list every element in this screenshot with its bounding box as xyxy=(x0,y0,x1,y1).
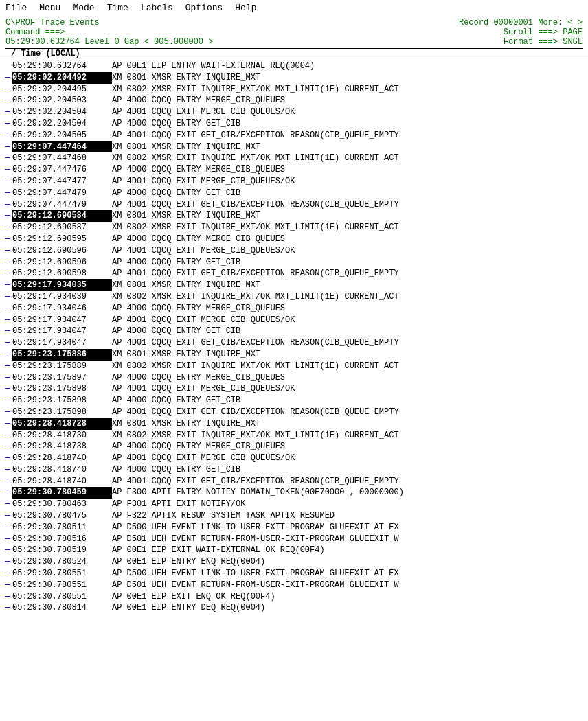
log-row[interactable]: —05:29:30.780516 AP D501 UEH EVENT RETUR… xyxy=(0,534,588,545)
log-row[interactable]: —05:29:23.175886 XM 0801 XMSR ENTRY INQU… xyxy=(0,349,588,360)
log-row[interactable]: —05:29:12.690595 AP 4D00 CQCQ ENTRY MERG… xyxy=(0,233,588,245)
log-row[interactable]: —05:29:23.175897 AP 4D00 CQCQ ENTRY MERG… xyxy=(0,372,588,384)
row-content: XM 0801 XMSR ENTRY INQUIRE_MXT xyxy=(112,210,585,222)
log-row[interactable]: —05:29:28.418730 XM 0802 XMSR EXIT INQUI… xyxy=(0,430,588,442)
row-marker: — xyxy=(3,602,12,614)
menu-item-options[interactable]: Options xyxy=(185,3,223,13)
log-row[interactable]: —05:29:23.175898 AP 4D01 CQCQ EXIT GET_C… xyxy=(0,407,588,418)
log-row[interactable]: —05:29:23.175898 AP 4D01 CQCQ EXIT MERGE… xyxy=(0,383,588,395)
log-row[interactable]: —05:29:17.934047 AP 4D01 CQCQ EXIT GET_C… xyxy=(0,337,588,349)
log-row[interactable]: —05:29:30.780519 AP 00E1 EIP EXIT WAIT-E… xyxy=(0,545,588,556)
menu-item-labels[interactable]: Labels xyxy=(141,3,173,13)
row-content: AP 4D00 CQCQ ENTRY MERGE_CIB_QUEUES xyxy=(112,441,585,453)
row-timestamp: 05:29:30.780519 xyxy=(12,545,112,556)
row-content: AP D501 UEH EVENT RETURN-FROM-USER-EXIT-… xyxy=(112,580,585,591)
log-row[interactable]: —05:29:12.690596 AP 4D00 CQCQ ENTRY GET_… xyxy=(0,257,588,268)
row-timestamp: 05:29:23.175898 xyxy=(12,395,112,407)
log-row[interactable]: —05:29:02.204504 AP 4D01 CQCQ EXIT MERGE… xyxy=(0,106,588,118)
menu-item-help[interactable]: Help xyxy=(235,3,256,13)
log-row[interactable]: —05:29:02.204504 AP 4D00 CQCQ ENTRY GET_… xyxy=(0,118,588,130)
row-marker: — xyxy=(3,545,12,556)
row-timestamp: 05:29:12.690587 xyxy=(12,222,112,233)
log-row[interactable]: —05:29:12.690598 AP 4D01 CQCQ EXIT GET_C… xyxy=(0,268,588,279)
row-content: AP 4D00 CQCQ ENTRY MERGE_CIB_QUEUES xyxy=(112,372,585,384)
log-row[interactable]: —05:29:30.780524 AP 00E1 EIP ENTRY ENQ R… xyxy=(0,556,588,568)
gap-line: 05:29:00.632764 Level 0 Gap < 005.000000… xyxy=(5,37,213,47)
row-marker: — xyxy=(3,118,12,130)
log-row[interactable]: —05:29:07.447479 AP 4D00 CQCQ ENTRY GET_… xyxy=(0,187,588,199)
row-content: AP D500 UEH EVENT LINK-TO-USER-EXIT-PROG… xyxy=(112,568,585,580)
row-timestamp: 05:29:12.690598 xyxy=(12,268,112,279)
log-row[interactable]: —05:29:28.418740 AP 4D01 CQCQ EXIT GET_C… xyxy=(0,476,588,488)
row-timestamp: 05:29:30.780814 xyxy=(12,602,112,614)
row-content: AP 4D01 CQCQ EXIT MERGE_CIB_QUEUES/OK xyxy=(112,245,585,257)
log-row[interactable]: —05:29:12.690596 AP 4D01 CQCQ EXIT MERGE… xyxy=(0,245,588,257)
row-marker: — xyxy=(3,337,12,349)
log-row[interactable]: —05:29:30.780459 AP F300 APTI ENTRY NOTI… xyxy=(0,487,588,499)
row-marker: — xyxy=(3,534,12,545)
log-row[interactable]: —05:29:17.934035 XM 0801 XMSR ENTRY INQU… xyxy=(0,279,588,291)
row-content: XM 0801 XMSR ENTRY INQUIRE_MXT xyxy=(112,279,585,291)
log-row[interactable]: —05:29:02.204492 XM 0801 XMSR ENTRY INQU… xyxy=(0,72,588,84)
log-row[interactable]: —05:29:23.175898 AP 4D00 CQCQ ENTRY GET_… xyxy=(0,395,588,407)
log-row[interactable]: —05:29:30.780511 AP D500 UEH EVENT LINK-… xyxy=(0,522,588,534)
log-row[interactable]: —05:29:07.447464 XM 0801 XMSR ENTRY INQU… xyxy=(0,141,588,153)
log-row[interactable]: —05:29:02.204505 AP 4D01 CQCQ EXIT GET_C… xyxy=(0,130,588,141)
log-row[interactable]: —05:29:30.780814 AP 00E1 EIP ENTRY DEQ R… xyxy=(0,602,588,614)
log-row[interactable]: —05:29:30.780551 AP D500 UEH EVENT LINK-… xyxy=(0,568,588,580)
row-timestamp: 05:29:23.175886 xyxy=(12,349,112,360)
row-timestamp: 05:29:30.780551 xyxy=(12,580,112,591)
log-row[interactable]: —05:29:30.780551 AP 00E1 EIP EXIT ENQ OK… xyxy=(0,591,588,603)
log-row[interactable]: —05:29:23.175889 XM 0802 XMSR EXIT INQUI… xyxy=(0,360,588,372)
row-marker: — xyxy=(3,383,12,395)
log-row[interactable]: —05:29:07.447468 XM 0802 XMSR EXIT INQUI… xyxy=(0,152,588,164)
log-row[interactable]: —05:29:07.447476 AP 4D00 CQCQ ENTRY MERG… xyxy=(0,164,588,176)
log-row[interactable]: —05:29:02.204503 AP 4D00 CQCQ ENTRY MERG… xyxy=(0,95,588,106)
row-marker: — xyxy=(3,130,12,141)
row-timestamp: 05:29:02.204503 xyxy=(12,95,112,106)
log-row[interactable]: —05:29:30.780551 AP D501 UEH EVENT RETUR… xyxy=(0,580,588,591)
row-content: AP 4D00 CQCQ ENTRY MERGE_CIB_QUEUES xyxy=(112,164,585,176)
log-row[interactable]: —05:29:28.418740 AP 4D01 CQCQ EXIT MERGE… xyxy=(0,453,588,464)
row-marker: — xyxy=(3,314,12,326)
row-marker: — xyxy=(3,453,12,464)
log-row[interactable]: —05:29:17.934046 AP 4D00 CQCQ ENTRY MERG… xyxy=(0,303,588,314)
row-content: AP 00E1 EIP ENTRY ENQ REQ(0004) xyxy=(112,556,585,568)
command-label[interactable]: Command ===> xyxy=(5,27,504,37)
row-content: AP 4D01 CQCQ EXIT MERGE_CIB_QUEUES/OK xyxy=(112,106,585,118)
row-timestamp: 05:29:30.780511 xyxy=(12,522,112,534)
row-marker: — xyxy=(3,325,12,337)
log-row[interactable]: —05:29:12.690584 XM 0801 XMSR ENTRY INQU… xyxy=(0,210,588,222)
menu-item-mode[interactable]: Mode xyxy=(73,3,94,13)
row-timestamp: 05:29:17.934047 xyxy=(12,337,112,349)
row-timestamp: 05:29:12.690596 xyxy=(12,257,112,268)
row-marker: — xyxy=(3,441,12,453)
row-timestamp: 05:29:30.780516 xyxy=(12,534,112,545)
log-row[interactable]: —05:29:28.418728 XM 0801 XMSR ENTRY INQU… xyxy=(0,418,588,430)
log-row[interactable]: —05:29:17.934039 XM 0802 XMSR EXIT INQUI… xyxy=(0,291,588,303)
row-timestamp: 05:29:23.175889 xyxy=(12,360,112,372)
row-timestamp: 05:29:17.934035 xyxy=(12,279,112,291)
menu-item-file[interactable]: File xyxy=(5,3,27,13)
log-row[interactable]: —05:29:07.447479 AP 4D01 CQCQ EXIT GET_C… xyxy=(0,199,588,211)
row-marker: — xyxy=(3,476,12,488)
row-timestamp: 05:29:17.934047 xyxy=(12,325,112,337)
log-row[interactable]: —05:29:02.204495 XM 0802 XMSR EXIT INQUI… xyxy=(0,84,588,95)
row-timestamp: 05:29:28.418740 xyxy=(12,464,112,476)
log-row[interactable]: —05:29:30.780463 AP F301 APTI EXIT NOTIF… xyxy=(0,499,588,510)
menu-item-menu[interactable]: Menu xyxy=(39,3,60,13)
log-row[interactable]: —05:29:28.418738 AP 4D00 CQCQ ENTRY MERG… xyxy=(0,441,588,453)
row-content: AP 4D01 CQCQ EXIT GET_CIB/EXCEPTION REAS… xyxy=(112,199,585,211)
row-marker: — xyxy=(3,568,12,580)
menu-item-time[interactable]: Time xyxy=(107,3,128,13)
row-timestamp: 05:29:17.934046 xyxy=(12,303,112,314)
log-row[interactable]: —05:29:28.418740 AP 4D00 CQCQ ENTRY GET_… xyxy=(0,464,588,476)
log-row[interactable]: —05:29:17.934047 AP 4D00 CQCQ ENTRY GET_… xyxy=(0,325,588,337)
log-row[interactable]: —05:29:12.690587 XM 0802 XMSR EXIT INQUI… xyxy=(0,222,588,233)
header-area: C\PROF Trace Events Record 00000001 More… xyxy=(0,16,588,60)
log-row[interactable]: —05:29:17.934047 AP 4D01 CQCQ EXIT MERGE… xyxy=(0,314,588,326)
log-row[interactable]: —05:29:07.447477 AP 4D01 CQCQ EXIT MERGE… xyxy=(0,176,588,187)
row-marker: — xyxy=(3,222,12,233)
log-row[interactable]: 05:29:00.632764 AP 00E1 EIP ENTRY WAIT-E… xyxy=(0,60,588,72)
log-row[interactable]: —05:29:30.780475 AP F322 APTIX RESUM SYS… xyxy=(0,510,588,522)
